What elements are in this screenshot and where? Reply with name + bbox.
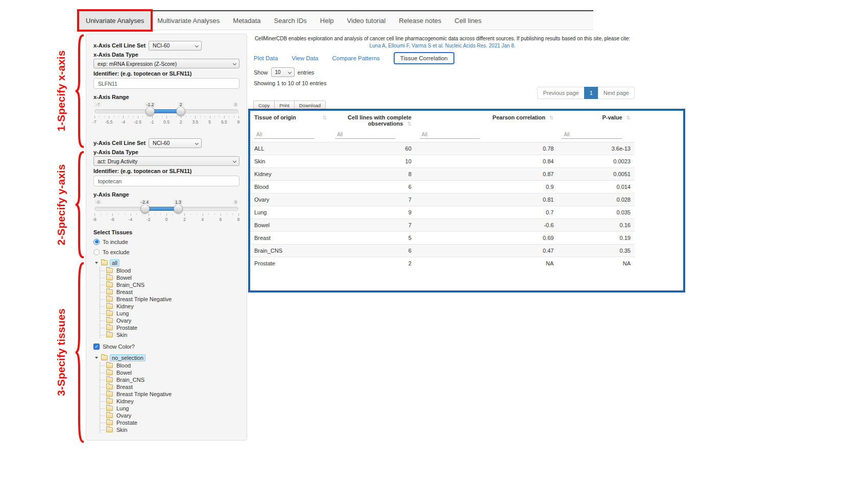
filter-input-pearson[interactable] [420, 131, 480, 139]
table-row[interactable]: Brain_CNS 6 0.47 0.35 [250, 244, 635, 257]
result-tab[interactable]: View Data [292, 55, 318, 61]
table-row[interactable]: Ovary 7 0.81 0.028 [250, 193, 635, 206]
tree-toggle-icon[interactable] [94, 261, 99, 265]
table-row[interactable]: Breast 5 0.69 0.19 [250, 231, 635, 244]
export-button[interactable]: Print [274, 101, 295, 110]
annotation-step3-brace [75, 261, 84, 444]
tree-item[interactable]: Breast Triple Negative [100, 296, 239, 303]
slider-handle-to[interactable] [174, 204, 183, 213]
tree-root-all[interactable]: all [94, 259, 239, 267]
cell-pvalue: 0.0023 [558, 155, 635, 167]
previous-page-button[interactable]: Previous page [537, 87, 584, 99]
table-row[interactable]: Lung 9 0.7 0.035 [250, 206, 635, 218]
nav-item[interactable]: Search IDs [268, 11, 314, 30]
result-tab[interactable]: Tissue Correlation [394, 52, 454, 64]
tree-item[interactable]: Kidney [100, 398, 239, 405]
slider-handle-to[interactable] [176, 107, 185, 116]
column-header-pearson[interactable]: Pearson correlation ⇅ [416, 111, 558, 130]
tree-item[interactable]: Ovary [100, 317, 239, 324]
column-header-pvalue[interactable]: P-value ⇅ [558, 111, 635, 130]
export-button[interactable]: Copy [253, 101, 275, 110]
table-row[interactable]: ALL 60 0.78 3.6e-13 [250, 142, 635, 155]
nav-item[interactable]: Video tutorial [341, 11, 393, 30]
page-1-button[interactable]: 1 [584, 87, 598, 99]
tree-item[interactable]: Blood [100, 267, 239, 274]
result-tab-label: Tissue Correlation [400, 55, 448, 61]
y-identifier-input[interactable] [93, 176, 239, 186]
cell-tissue: Skin [250, 155, 331, 167]
folder-icon [106, 377, 113, 382]
annotation-step2-brace [75, 151, 84, 258]
table-row[interactable]: Bowel 7 -0.6 0.16 [250, 218, 635, 231]
slider-max-label: 8 [233, 200, 238, 205]
slider-to-label: 2 [178, 102, 184, 107]
tree-item[interactable]: Skin [100, 426, 239, 433]
tree-item[interactable]: Brain_CNS [100, 281, 239, 288]
x-data-type-select[interactable]: exp: mRNA Expression (Z-Score) [93, 59, 239, 68]
filter-input-cell-lines[interactable] [335, 131, 395, 139]
slider-max-label: 8 [233, 102, 238, 107]
nav-item[interactable]: Release notes [392, 11, 448, 30]
nav-item-label: Search IDs [274, 17, 307, 25]
sort-icon[interactable]: ⇅ [323, 115, 327, 120]
cell-cell-lines: 7 [331, 219, 416, 231]
tree-item[interactable]: Prostate [100, 324, 239, 331]
sort-icon[interactable]: ⇅ [549, 115, 553, 120]
tree-item[interactable]: Breast [100, 383, 239, 391]
export-button[interactable]: Download [294, 101, 326, 110]
tree-item[interactable]: Blood [100, 362, 239, 369]
nav-item-label: Release notes [399, 17, 441, 25]
y-axis-range-slider[interactable]: -8 8 -2.4 1.3 -8-6-4-202468 [94, 200, 238, 222]
nav-item[interactable]: Help [314, 11, 341, 30]
sort-icon[interactable]: ⇅ [626, 115, 631, 120]
column-header-cell-lines[interactable]: Cell lines with complete observations ⇅ [331, 111, 416, 130]
filter-input-pvalue[interactable] [562, 131, 622, 139]
radio-to-include[interactable]: To include [93, 238, 239, 246]
entries-count-select[interactable]: 10 [271, 67, 295, 77]
tree-item[interactable]: Skin [100, 331, 239, 338]
tree-item[interactable]: Breast Triple Negative [100, 391, 239, 398]
slider-handle-from[interactable] [146, 107, 155, 116]
tree-item[interactable]: Lung [100, 405, 239, 412]
result-tab[interactable]: Plot Data [254, 55, 278, 61]
export-buttons: Copy Print Download [254, 101, 326, 110]
x-axis-range-slider[interactable]: -7 8 -1.2 2 -7-5.5-4-2.5-10.523.556.58 [94, 102, 238, 125]
table-row[interactable]: Blood 6 0.9 0.014 [250, 180, 635, 193]
tree-item[interactable]: Ovary [100, 412, 239, 419]
citation-link[interactable]: Luna A, Elloumi F, Varma S et al. Nuclei… [250, 43, 635, 48]
tree-item[interactable]: Breast [100, 288, 239, 296]
table-row[interactable]: Kidney 8 0.87 0.0051 [250, 167, 635, 180]
result-tab[interactable]: Compare Patterns [332, 55, 380, 61]
tree-item[interactable]: Bowel [100, 369, 239, 376]
tree-item[interactable]: Kidney [100, 303, 239, 310]
filter-input-tissue[interactable] [254, 131, 315, 139]
slider-handle-from[interactable] [140, 204, 150, 213]
table-row[interactable]: Skin 10 0.84 0.0023 [250, 155, 635, 167]
slider-to-label: 1.3 [174, 200, 183, 205]
y-data-type-select[interactable]: act: Drug Activity [93, 156, 239, 166]
tree-item[interactable]: Bowel [100, 274, 239, 281]
nav-item[interactable]: Cell lines [448, 11, 488, 30]
radio-to-exclude[interactable]: To exclude [93, 248, 239, 256]
show-color-checkbox[interactable]: ✓ Show Color? [93, 343, 239, 351]
tree-item[interactable]: Brain_CNS [100, 376, 239, 383]
tree-root-no-selection[interactable]: no_selection [94, 354, 239, 362]
y-cell-line-set-select[interactable]: NCI-60 [149, 138, 202, 148]
table-filter-row [250, 130, 635, 142]
tree-toggle-icon[interactable] [94, 356, 99, 360]
tree-item-label: Brain_CNS [115, 377, 146, 383]
nav-item[interactable]: Multivariate Analyses [151, 11, 226, 30]
slider-from-label: -1.2 [145, 102, 156, 107]
nav-item[interactable]: Metadata [226, 11, 267, 30]
x-identifier-input[interactable] [93, 78, 239, 89]
sort-icon[interactable]: ⇅ [407, 121, 411, 127]
tree-item[interactable]: Lung [100, 310, 239, 317]
table-row[interactable]: Prostate 2 NA NA [250, 257, 635, 270]
x-cell-line-set-select[interactable]: NCI-60 [149, 41, 202, 51]
next-page-button[interactable]: Next page [598, 87, 635, 99]
nav-item[interactable]: Univariate Analyses [79, 11, 151, 30]
folder-icon [106, 363, 113, 368]
tree-item[interactable]: Prostate [100, 419, 239, 426]
column-header-tissue[interactable]: Tissue of origin ⇅ [250, 111, 331, 130]
citation-text: CellMinerCDB enables exploration and ana… [250, 36, 635, 41]
